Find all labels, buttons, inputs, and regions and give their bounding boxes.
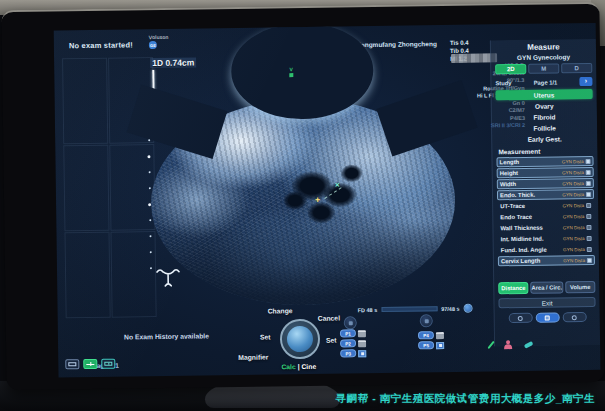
trackball-set-left-label: Set	[260, 333, 271, 340]
p-button-group-2: P4 P5	[418, 331, 444, 349]
layout-single-icon[interactable]	[65, 359, 79, 369]
layout-buttons	[65, 359, 115, 370]
measurement-row-label: Endo Trace	[500, 213, 562, 220]
measurement-row[interactable]: UT-Trace GYN Dista	[497, 200, 594, 211]
measurement-checkbox[interactable]	[587, 257, 592, 262]
calc-button[interactable]: Area / Circ.	[530, 281, 563, 293]
measurement-row[interactable]: Width GYN Dista	[497, 178, 594, 189]
p-button[interactable]: P1	[340, 329, 356, 337]
brand-label: Voluson	[149, 34, 189, 41]
printer-icon	[358, 330, 366, 337]
measurement-row[interactable]: Length GYN Dista	[496, 156, 593, 167]
measurement-row-type: GYN Dista	[563, 236, 585, 241]
caliper-tool-row	[499, 312, 596, 323]
measurement-row-label: Int. Midline Ind.	[501, 235, 563, 242]
patient-icon[interactable]	[504, 340, 512, 349]
cine-loop-button[interactable]	[463, 304, 472, 313]
p-button-row: P1	[340, 329, 366, 337]
measurement-checkbox[interactable]	[586, 224, 591, 229]
save-icon	[436, 342, 444, 349]
ultrasound-image: V + ×	[150, 97, 457, 307]
probe-orientation-marker: V	[289, 67, 293, 77]
body-marker-uterus-icon	[155, 267, 181, 293]
watermark-text: 寻嗣帮 - 南宁生殖医院做试管费用大概是多少_南宁生	[336, 392, 595, 406]
trackball-calc-cine-label: Calc | Cine	[281, 363, 316, 370]
exit-button[interactable]: Exit	[498, 297, 595, 308]
layout-quad-icon[interactable]	[83, 359, 97, 369]
mode-tab[interactable]: D	[561, 63, 592, 73]
calc-button[interactable]: Distance	[498, 282, 528, 294]
p-button-row: P5	[418, 341, 444, 349]
printer-icon	[436, 332, 444, 339]
measurement-row-label: Cervix Length	[501, 257, 563, 264]
cine-progress[interactable]	[381, 306, 437, 312]
application-label: GYN Gynecology	[495, 53, 592, 61]
p-button-row: P2	[340, 339, 366, 347]
mode-tabs: 2DMD	[495, 63, 592, 74]
study-item[interactable]: Fibroid	[496, 111, 593, 122]
measurement-checkbox[interactable]	[586, 158, 591, 163]
utility-icons	[490, 340, 533, 350]
measurement-row-label: Endo. Thick.	[500, 191, 562, 198]
study-item[interactable]: Ovary	[496, 100, 593, 111]
caliper-tool-button-1[interactable]	[508, 313, 532, 323]
measurement-row-label: Length	[500, 158, 562, 165]
save-icon	[358, 350, 366, 357]
exam-history-status: No Exam History available	[124, 332, 209, 340]
pencil-icon[interactable]	[487, 341, 494, 349]
measurement-row-type: GYN Dista	[562, 192, 584, 197]
measurement-row-type: GYN Dista	[562, 203, 584, 208]
measurement-header: Measurement	[498, 147, 593, 155]
ultrasound-screen: No exam started! Voluson GE 1D 0.74cm Sh…	[54, 23, 601, 378]
measurement-row[interactable]: Height GYN Dista	[497, 167, 594, 178]
measurement-row-label: Height	[500, 169, 562, 176]
measurement-checkbox[interactable]	[587, 246, 592, 251]
measurement-row-label: Wall Thickness	[500, 224, 562, 231]
ge-monogram-icon: GE	[149, 41, 157, 49]
calc-button[interactable]: Volume	[565, 281, 595, 293]
layout-dual-icon[interactable]	[101, 359, 115, 369]
cine-bar: FD 48 s 97/48 s	[358, 304, 473, 315]
monitor-photo: No exam started! Voluson GE 1D 0.74cm Sh…	[0, 0, 605, 411]
measure-panel: Measure GYN Gynecology 2DMD Study Page 1…	[490, 39, 600, 346]
p-button-group-1: P1 P2 P3	[340, 329, 366, 357]
caliper-tool-button-3[interactable]	[562, 312, 586, 322]
caliper-plus-icon[interactable]: +	[315, 195, 320, 205]
study-next-button[interactable]: ›	[579, 77, 592, 86]
p-button[interactable]: P3	[340, 349, 356, 357]
measurement-row[interactable]: Endo Trace GYN Dista	[497, 211, 594, 222]
p-button[interactable]: P4	[418, 331, 434, 339]
trackball-change-label: Change	[268, 307, 293, 314]
measurement-row[interactable]: Wall Thickness GYN Dista	[497, 222, 594, 233]
study-item[interactable]: Uterus	[496, 89, 593, 100]
p-button[interactable]: P5	[418, 341, 434, 349]
status-no-exam: No exam started!	[69, 40, 133, 50]
distance-measurement-readout: 1D 0.74cm	[150, 57, 196, 68]
caliper-x-icon[interactable]: ×	[335, 180, 340, 189]
calc-buttons: DistanceArea / Circ.Volume	[498, 281, 595, 294]
study-item[interactable]: Follicle	[496, 122, 593, 133]
measurement-checkbox[interactable]	[586, 213, 591, 218]
measurement-checkbox[interactable]	[587, 235, 592, 240]
p-button[interactable]: P2	[340, 339, 356, 347]
phone-icon[interactable]	[524, 340, 534, 348]
measurement-row[interactable]: Int. Midline Ind. GYN Dista	[498, 233, 595, 244]
measurement-row[interactable]: Fund. Ind. Angle GYN Dista	[498, 244, 595, 255]
measurement-row-type: GYN Dista	[562, 181, 584, 186]
mode-tab[interactable]: 2D	[495, 64, 526, 74]
mode-tab[interactable]: M	[528, 63, 559, 73]
screen-round-button[interactable]	[420, 314, 433, 327]
measurement-checkbox[interactable]	[586, 191, 591, 196]
trackball-cancel-label: Cancel	[318, 314, 340, 321]
measurement-checkbox[interactable]	[586, 202, 591, 207]
measurement-checkbox[interactable]	[586, 169, 591, 174]
caliper-tool-button-2[interactable]	[535, 312, 559, 322]
measurement-row-label: Fund. Ind. Angle	[501, 246, 563, 253]
measurement-row[interactable]: Cervix Length GYN Dista	[498, 255, 595, 266]
printer-icon	[358, 340, 366, 347]
measurement-row[interactable]: Endo. Thick. GYN Dista	[497, 189, 594, 200]
study-item[interactable]: Early Gest.	[496, 133, 593, 144]
study-page: Page 1/1	[534, 79, 558, 85]
measurement-checkbox[interactable]	[586, 180, 591, 185]
study-list: UterusOvaryFibroidFollicleEarly Gest.	[496, 89, 594, 144]
